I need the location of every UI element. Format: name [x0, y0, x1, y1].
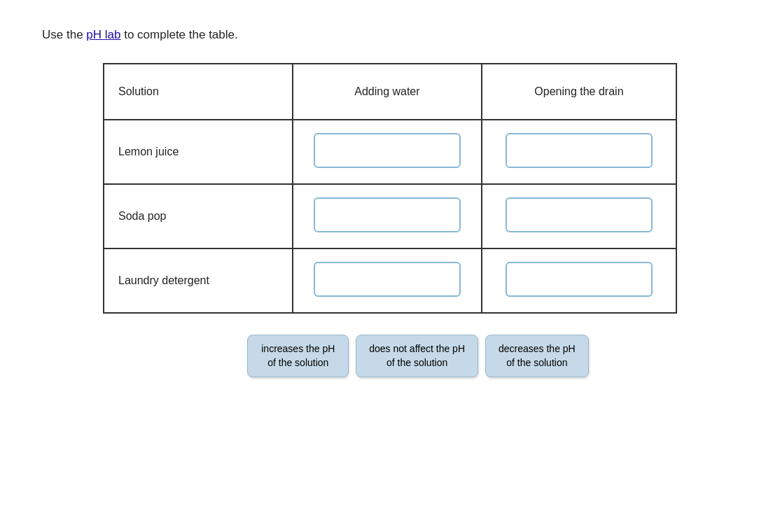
soda-adding-input[interactable] [314, 197, 461, 232]
laundry-adding-input[interactable] [314, 262, 461, 297]
soda-drain-input[interactable] [506, 197, 653, 232]
lemon-adding-input[interactable] [314, 133, 461, 168]
instruction-text: Use the pH lab to complete the table. [42, 28, 738, 42]
main-table-container: Solution Adding water Opening the drain … [103, 63, 677, 377]
soda-adding-water-cell [293, 184, 482, 248]
lemon-juice-label: Lemon juice [104, 120, 293, 184]
instruction-prefix: Use the [42, 28, 86, 41]
instruction-suffix: to complete the table. [120, 28, 237, 41]
table-row: Laundry detergent [104, 248, 676, 313]
laundry-drain-cell [482, 248, 676, 313]
decreases-line2: of the solution [506, 357, 567, 368]
increases-line2: of the solution [267, 357, 328, 368]
laundry-label: Laundry detergent [104, 248, 293, 313]
table-row: Soda pop [104, 184, 676, 248]
header-adding-water: Adding water [293, 64, 482, 120]
lemon-drain-cell [482, 120, 676, 184]
ph-lab-link[interactable]: pH lab [86, 28, 120, 41]
answer-buttons-row: increases the pH of the solution does no… [159, 335, 677, 377]
header-row: Solution Adding water Opening the drain [104, 64, 676, 120]
decreases-ph-button[interactable]: decreases the pH of the solution [485, 335, 589, 377]
no-affect-line2: of the solution [386, 357, 447, 368]
soda-pop-label: Soda pop [104, 184, 293, 248]
decreases-line1: decreases the pH [499, 343, 576, 354]
header-opening-drain: Opening the drain [482, 64, 676, 120]
laundry-drain-input[interactable] [506, 262, 653, 297]
laundry-adding-water-cell [293, 248, 482, 313]
soda-drain-cell [482, 184, 676, 248]
ph-table: Solution Adding water Opening the drain … [103, 63, 677, 314]
table-row: Lemon juice [104, 120, 676, 184]
lemon-drain-input[interactable] [506, 133, 653, 168]
no-affect-ph-button[interactable]: does not affect the pH of the solution [356, 335, 478, 377]
increases-line1: increases the pH [261, 343, 335, 354]
header-solution: Solution [104, 64, 293, 120]
no-affect-line1: does not affect the pH [369, 343, 465, 354]
lemon-adding-water-cell [293, 120, 482, 184]
increases-ph-button[interactable]: increases the pH of the solution [247, 335, 349, 377]
